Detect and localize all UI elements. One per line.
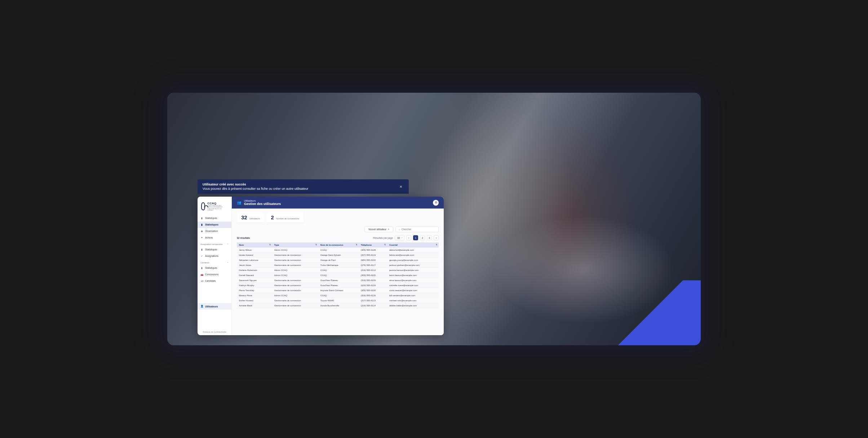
- bar-chart-icon: ▮: [200, 217, 203, 220]
- section-title: Assignation temporaire: [200, 243, 222, 245]
- chevron-left-icon: ‹: [408, 237, 409, 239]
- add-user-button[interactable]: Nouvel utilisateur +: [364, 226, 393, 232]
- table-cell: (316) 555-0116: [359, 293, 387, 298]
- table-row[interactable]: Annette BlackGestionnaire de concessionH…: [237, 303, 439, 308]
- sidebar-item-label: Observation: [205, 230, 218, 232]
- sidebar-item-stats-assign[interactable]: ▮Statistiques: [198, 246, 231, 253]
- table-row[interactable]: Darlene RobertsonAdmin CCAQCCAQ(219) 555…: [237, 268, 439, 273]
- sidebar-item-label: Assignations: [205, 255, 218, 257]
- table-row[interactable]: Savannah NguyenGestionnaire de concessio…: [237, 278, 439, 283]
- chevron-up-icon: ⌃: [227, 262, 229, 264]
- table-cell: Huyndai Saint-Constant: [318, 288, 359, 293]
- table-cell: (217) 555-0113: [359, 298, 387, 303]
- table-row[interactable]: Sébastien LafortuneGestionnaire de conce…: [237, 258, 439, 263]
- table-cell: michael.mitc@example.com: [387, 298, 439, 303]
- page-prev-button[interactable]: ‹: [406, 235, 411, 240]
- app-window: CCAQ CORPORATION DES CONCESSIONNAIRES D'…: [198, 197, 444, 335]
- bar-chart-icon: ▮: [200, 267, 203, 270]
- table-cell: Admin CCAQ: [272, 273, 318, 278]
- col-label: Nom: [239, 244, 244, 246]
- search-input-wrapper[interactable]: ⌕: [395, 226, 439, 232]
- sidebar-item-label: Statistiques: [205, 217, 217, 219]
- sidebar-item-actions[interactable]: ✦Actions: [198, 235, 231, 241]
- table-cell: CCAQ: [318, 248, 359, 253]
- sort-icon: ⇅: [436, 244, 437, 246]
- table-cell: (405) 555-0128: [359, 248, 387, 253]
- sort-icon: ⇅: [315, 244, 317, 246]
- table-cell: (319) 555-0109: [359, 278, 387, 283]
- sidebar-item-candidats[interactable]: 🗂Candidats: [198, 278, 231, 284]
- table-row[interactable]: Kathryn MurphyGestionnaire de concession…: [237, 283, 439, 288]
- table-row[interactable]: Jacob JonesGestionnaire de concessionTur…: [237, 263, 439, 268]
- settings-button[interactable]: ⚙: [433, 200, 439, 206]
- sidebar-item-statistiques[interactable]: ▮Statistiques: [198, 215, 231, 222]
- sidebar-item-stats-carr[interactable]: ▮Statistiques: [198, 265, 231, 271]
- stat-label: Utilisateurs: [249, 218, 260, 220]
- table-cell: michelle.rivera@example.com: [387, 283, 439, 288]
- table-cell: (270) 555-0117: [359, 263, 387, 268]
- page-2-button[interactable]: 2: [420, 235, 425, 240]
- sort-icon: ⇅: [269, 244, 271, 246]
- logo-subtitle: CORPORATION DES CONCESSIONNAIRES D'AUTOM…: [207, 205, 228, 211]
- table-cell: georgia.young@example.com: [387, 258, 439, 263]
- sidebar-item-utilisateurs[interactable]: 👤Utilisateurs: [198, 303, 231, 310]
- rpp-select[interactable]: 30: [395, 236, 404, 240]
- sort-icon: ⇅: [384, 244, 386, 246]
- table-row[interactable]: Jenny WilsonAdmin CCAQCCAQ(405) 555-0128…: [237, 248, 439, 253]
- table-cell: Sébastien Lafortune: [237, 258, 272, 263]
- page-1-button[interactable]: 1: [413, 235, 418, 240]
- col-courriel[interactable]: Courriel⇅: [387, 242, 439, 248]
- sidebar-item-observation[interactable]: ◉Observation: [198, 228, 231, 235]
- search-input[interactable]: [402, 228, 435, 231]
- col-label: Nom de la concession: [320, 244, 343, 246]
- gear-icon: ⚙: [435, 201, 437, 204]
- sidebar-item-assignations[interactable]: ✓Assignations: [198, 253, 231, 259]
- page-3-button[interactable]: 3: [427, 235, 432, 240]
- toast-notification: Utilisateur créé avec succès Vous pouvez…: [198, 179, 409, 194]
- table-cell: debbie.baker@example.com: [387, 303, 439, 308]
- table-cell: (684) 555-0102: [359, 258, 387, 263]
- sidebar-item-label: Statistiques: [205, 248, 217, 251]
- table-cell: Gestionnaire de concession: [272, 253, 318, 258]
- sidebar-item-label: Candidats: [205, 280, 216, 282]
- table-cell: Garage de Paul: [318, 258, 359, 263]
- table-cell: Turbo Méchanique: [318, 263, 359, 268]
- nav-section-carrieres[interactable]: Carrières⌃: [198, 259, 231, 265]
- bar-chart-icon: ▮: [200, 223, 203, 226]
- table-row[interactable]: Eleanor PenaAdmin CCAQCCAQ(316) 555-0116…: [237, 293, 439, 298]
- plus-icon: +: [388, 228, 389, 231]
- table-cell: Darlene Robertson: [237, 268, 272, 273]
- toolbar: Nouvel utilisateur + ⌕: [232, 226, 444, 235]
- table-cell: Admin CCAQ: [272, 268, 318, 273]
- col-label: Courriel: [389, 244, 398, 246]
- sidebar-item-statistiques-active[interactable]: ▮Statistiques: [198, 222, 231, 228]
- table-cell: Kathryn Murphy: [237, 283, 272, 288]
- page-next-button[interactable]: ›: [434, 235, 439, 240]
- table-row[interactable]: Esther HowardGestionnaire de concessionT…: [237, 298, 439, 303]
- toast-close-button[interactable]: ✕: [398, 185, 404, 189]
- sidebar-footer-link[interactable]: Politique de Confidentialité: [198, 329, 231, 335]
- col-type[interactable]: Type⇅: [272, 242, 318, 248]
- table-cell: Darrell Steward: [237, 273, 272, 278]
- table-row[interactable]: Darrell StewardAdmin CCAQCCAQ(303) 555-0…: [237, 273, 439, 278]
- table-cell: alma.lawson@example.com: [387, 278, 439, 283]
- stat-concessions: 2 Nombre de concessions: [266, 212, 304, 223]
- table-cell: Honda Boucherville: [318, 303, 359, 308]
- table-row[interactable]: Pierre TremblayGestionnaire de concessio…: [237, 288, 439, 293]
- sidebar-item-label: Concessions: [205, 273, 218, 276]
- col-concession[interactable]: Nom de la concession⇅: [318, 242, 359, 248]
- results-bar: 32 résultats Résultats par page 30 ‹ 1 2…: [232, 235, 444, 242]
- table-row[interactable]: Howie HowardGestionnaire de concessionGa…: [237, 253, 439, 258]
- stat-label: Nombre de concessions: [276, 218, 299, 220]
- table-cell: Eleanor Pena: [237, 293, 272, 298]
- stat-value: 32: [241, 214, 247, 220]
- car-icon: 🚗: [200, 273, 203, 276]
- col-nom[interactable]: Nom⇅: [237, 242, 272, 248]
- table-cell: (219) 555-0112: [359, 268, 387, 273]
- page-header: 👥 Utilisateurs Gestion des utilisateurs …: [232, 197, 444, 209]
- sidebar-item-concessions[interactable]: 🚗Concessions: [198, 271, 231, 278]
- col-telephone[interactable]: Téléphone⇅: [359, 242, 387, 248]
- nav-section-assignation[interactable]: Assignation temporaire⌃: [198, 241, 231, 246]
- corner-accent: [600, 280, 701, 345]
- table-cell: Toyota 40/640: [318, 298, 359, 303]
